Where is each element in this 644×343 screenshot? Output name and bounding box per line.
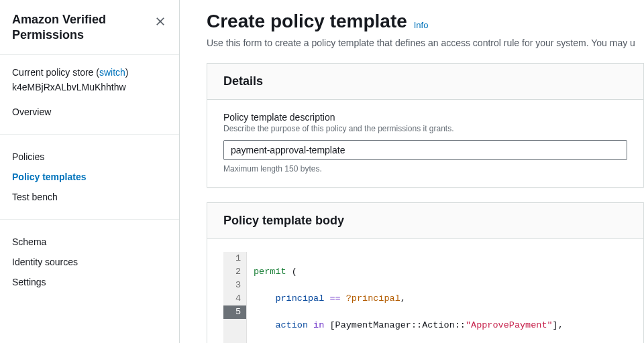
- code-line: permit (: [254, 265, 564, 279]
- template-desc-input[interactable]: [223, 140, 627, 160]
- code-line: action in [PaymentManager::Action::"Appr…: [254, 319, 564, 332]
- details-panel-header: Details: [207, 64, 643, 100]
- store-id: k4eMBjRxALbvLMuKhhthw: [12, 82, 167, 92]
- editor-gutter: 1 2 3 4 5: [223, 252, 246, 343]
- nav-test-bench[interactable]: Test bench: [12, 187, 167, 207]
- template-desc-label: Policy template description: [223, 112, 627, 123]
- details-heading: Details: [223, 74, 627, 88]
- main-content: Create policy template Info Use this for…: [180, 0, 644, 343]
- template-body-panel: Policy template body 1 2 3 4 5 permit ( …: [207, 202, 644, 343]
- page-description: Use this form to create a policy templat…: [207, 38, 644, 48]
- code-line: principal == ?principal,: [254, 292, 564, 305]
- close-icon[interactable]: [151, 12, 170, 31]
- nav-schema[interactable]: Schema: [12, 232, 167, 252]
- nav-policies[interactable]: Policies: [12, 147, 167, 167]
- info-link[interactable]: Info: [414, 20, 429, 30]
- template-desc-hint: Describe the purpose of this policy and …: [223, 124, 627, 133]
- nav-identity-sources[interactable]: Identity sources: [12, 252, 167, 272]
- sidebar: Amazon Verified Permissions Current poli…: [0, 0, 180, 343]
- switch-store-link[interactable]: switch: [99, 67, 125, 78]
- line-number: 2: [223, 265, 246, 279]
- template-body-panel-header: Policy template body: [207, 203, 643, 239]
- page-title: Create policy template: [207, 11, 407, 32]
- details-panel: Details Policy template description Desc…: [207, 63, 644, 188]
- line-number: 5: [223, 305, 246, 319]
- service-title: Amazon Verified Permissions: [12, 12, 151, 42]
- template-body-heading: Policy template body: [223, 214, 627, 228]
- current-store-label: Current policy store (switch): [12, 67, 167, 78]
- template-desc-constraint: Maximum length 150 bytes.: [223, 164, 627, 174]
- nav-policy-templates[interactable]: Policy templates: [12, 167, 167, 187]
- nav-overview[interactable]: Overview: [12, 102, 167, 122]
- nav-settings[interactable]: Settings: [12, 272, 167, 292]
- code-editor[interactable]: 1 2 3 4 5 permit ( principal == ?princip…: [223, 251, 627, 343]
- editor-code[interactable]: permit ( principal == ?principal, action…: [246, 252, 564, 343]
- line-number: 3: [223, 279, 246, 292]
- line-number: 4: [223, 292, 246, 305]
- line-number: 1: [223, 252, 246, 265]
